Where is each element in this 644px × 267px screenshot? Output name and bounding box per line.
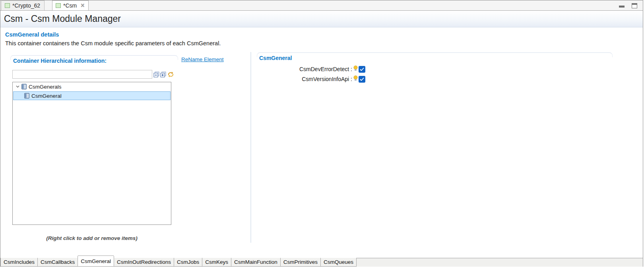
tab-label: CsmGeneral bbox=[81, 258, 111, 264]
tab-label: CsmIncludes bbox=[4, 259, 35, 265]
app-window: *Crypto_62 *Csm ❌︎ Csm - Csm Module Mana… bbox=[0, 0, 643, 267]
tab-label: CsmKeys bbox=[205, 259, 228, 265]
tab-csmkeys[interactable]: CsmKeys bbox=[202, 258, 231, 267]
tree-row-csmgenerals[interactable]: CsmGenerals bbox=[13, 82, 171, 91]
collapse-all-icon[interactable] bbox=[153, 72, 160, 78]
minimize-icon[interactable] bbox=[619, 6, 625, 8]
tab-label: CsmMainFunction bbox=[234, 259, 277, 265]
tab-label: CsmJobs bbox=[177, 259, 199, 265]
page-title: Csm - Csm Module Manager bbox=[4, 14, 121, 24]
tree-node-label: CsmGenerals bbox=[29, 84, 62, 90]
tab-csmqueues[interactable]: CsmQueues bbox=[320, 258, 357, 267]
view-controls bbox=[619, 3, 637, 8]
details-description: This container containers the Csm module… bbox=[5, 40, 221, 46]
tab-csminoutredirections[interactable]: CsmInOutRedirections bbox=[114, 258, 174, 267]
right-section-edge bbox=[257, 52, 613, 57]
editor-tab-label: *Csm bbox=[63, 2, 77, 9]
tab-csmprimitives[interactable]: CsmPrimitives bbox=[280, 258, 321, 267]
lightbulb-icon bbox=[353, 75, 358, 83]
param-label: CsmDevErrorDetect : bbox=[257, 66, 352, 72]
tree-filter-input[interactable] bbox=[12, 70, 152, 79]
right-section-title: CsmGeneral bbox=[259, 55, 292, 61]
left-section-title: Container Hierarchical information: bbox=[13, 58, 107, 64]
tree-node-label: CsmGeneral bbox=[31, 93, 62, 99]
editor-file-icon bbox=[5, 3, 10, 8]
param-label: CsmVersionInfoApi : bbox=[257, 76, 352, 82]
expand-all-icon[interactable] bbox=[160, 72, 167, 78]
maximize-icon[interactable] bbox=[632, 3, 637, 8]
tab-label: CsmPrimitives bbox=[283, 259, 318, 265]
tab-label: CsmQueues bbox=[324, 259, 353, 265]
panel-divider bbox=[250, 52, 251, 243]
container-icon bbox=[21, 84, 27, 89]
chevron-down-icon[interactable] bbox=[16, 85, 20, 88]
tree-row-csmgeneral[interactable]: CsmGeneral bbox=[13, 91, 171, 100]
bottom-tabs: CsmIncludes CsmCallbacks CsmGeneral CsmI… bbox=[0, 255, 357, 267]
tab-csmincludes[interactable]: CsmIncludes bbox=[0, 258, 38, 267]
checkbox-checked[interactable] bbox=[359, 66, 365, 73]
param-row-csmdeverrordetect: CsmDevErrorDetect : bbox=[257, 65, 365, 73]
editor-file-icon bbox=[56, 3, 61, 8]
param-row-csmversioninfoapi: CsmVersionInfoApi : bbox=[257, 75, 365, 83]
lightbulb-icon bbox=[353, 65, 358, 73]
tab-csmgeneral[interactable]: CsmGeneral bbox=[78, 255, 114, 267]
form-header-band: Csm - Csm Module Manager bbox=[0, 11, 643, 27]
tab-csmmainfunction[interactable]: CsmMainFunction bbox=[231, 258, 281, 267]
close-icon[interactable]: ❌︎ bbox=[81, 3, 84, 8]
hierarchy-tree: CsmGenerals CsmGeneral bbox=[12, 82, 171, 225]
tab-label: CsmInOutRedirections bbox=[117, 259, 171, 265]
editor-tab-csm[interactable]: *Csm ❌︎ bbox=[52, 0, 89, 10]
details-section-title: CsmGeneral details bbox=[5, 31, 59, 38]
tab-csmcallbacks[interactable]: CsmCallbacks bbox=[37, 258, 78, 267]
tab-csmjobs[interactable]: CsmJobs bbox=[174, 258, 202, 267]
tree-hint-text: (Right click to add or remove items) bbox=[12, 235, 171, 241]
refresh-icon[interactable] bbox=[167, 71, 174, 77]
rename-element-link[interactable]: ReName Element bbox=[181, 56, 224, 62]
editor-tab-crypto62[interactable]: *Crypto_62 bbox=[1, 0, 45, 10]
editor-tabbar: *Crypto_62 *Csm ❌︎ bbox=[0, 0, 643, 11]
container-icon bbox=[24, 93, 29, 99]
tab-label: CsmCallbacks bbox=[41, 259, 75, 265]
editor-tab-label: *Crypto_62 bbox=[12, 2, 40, 9]
checkbox-checked[interactable] bbox=[359, 76, 365, 83]
